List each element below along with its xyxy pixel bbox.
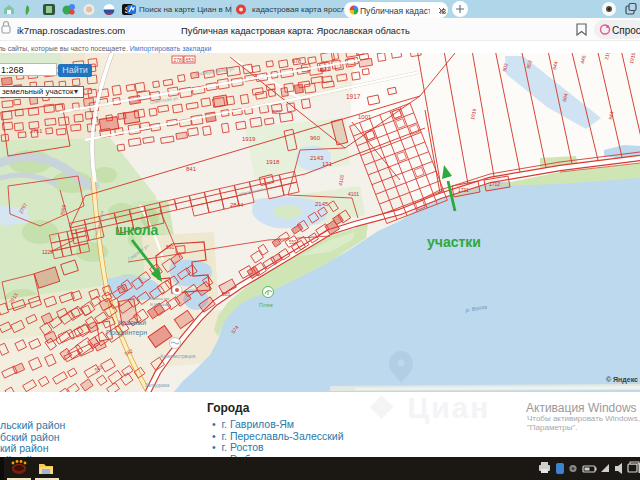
svg-text:2145: 2145: [315, 201, 329, 207]
svg-text:1229: 1229: [42, 249, 53, 255]
svg-text:Красный: Красный: [118, 319, 146, 327]
svg-text:4101: 4101: [348, 191, 359, 197]
svg-text:1001: 1001: [358, 114, 372, 120]
svg-text:822: 822: [272, 109, 281, 115]
svg-text:1917: 1917: [346, 93, 361, 100]
svg-text:Запрудовка: Запрудовка: [145, 383, 170, 388]
svg-text:Школа им.: Школа им.: [150, 296, 170, 301]
svg-text:131: 131: [322, 161, 333, 167]
svg-text:© Яндекс: © Яндекс: [606, 376, 638, 384]
svg-text:591: 591: [166, 244, 175, 250]
svg-text:960: 960: [310, 135, 321, 141]
svg-text:1919: 1919: [242, 136, 256, 142]
svg-text:Публичная кадастровая карта: Я: Публичная кадастровая карта: Ярославская…: [181, 26, 410, 36]
svg-text:653: 653: [186, 57, 195, 63]
svg-text:школа: школа: [115, 222, 159, 238]
svg-text:841: 841: [186, 166, 197, 172]
svg-text:278: 278: [174, 57, 183, 63]
svg-text:Профинтерн: Профинтерн: [106, 329, 147, 337]
svg-text:участки: участки: [427, 234, 481, 250]
svg-text:2143: 2143: [310, 155, 324, 161]
svg-text:559: 559: [289, 240, 297, 245]
svg-text:1712: 1712: [489, 181, 500, 187]
svg-text:1711: 1711: [458, 187, 469, 193]
svg-text:ik7map.roscadastres.com: ik7map.roscadastres.com: [17, 25, 125, 36]
svg-text:2844: 2844: [230, 202, 244, 208]
svg-text:Администрация: Администрация: [160, 354, 196, 359]
svg-text:Пляж: Пляж: [259, 302, 273, 308]
svg-text:585: 585: [222, 291, 231, 297]
svg-text:1918: 1918: [266, 159, 280, 165]
svg-text:Спросить: Спросить: [612, 25, 640, 36]
svg-text:2761: 2761: [30, 128, 42, 134]
svg-text:В.Маркова: В.Маркова: [150, 302, 172, 307]
svg-text:678: 678: [292, 58, 301, 64]
